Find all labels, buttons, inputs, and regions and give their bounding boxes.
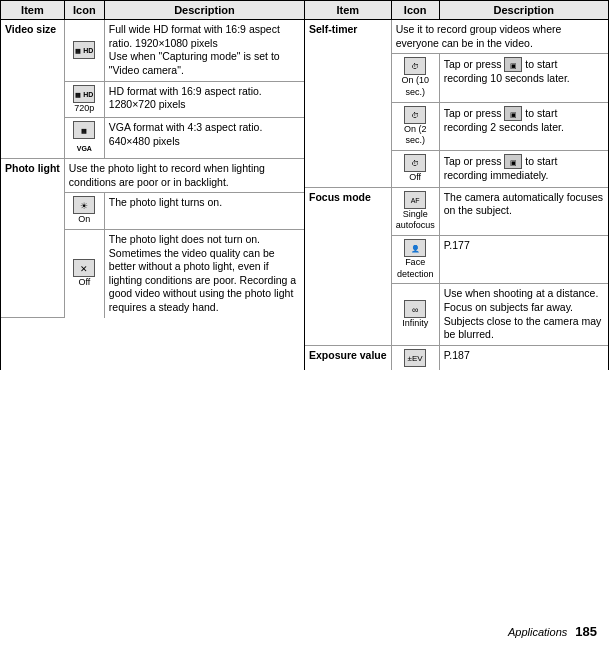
footer-label: Applications [508, 626, 567, 638]
desc-infinity: Use when shooting at a distance. Focus o… [439, 284, 608, 346]
item-photo-light: Photo light [1, 158, 64, 317]
desc-light-off: The photo light does not turn on. Someti… [104, 229, 304, 317]
icon-timer-2: ⏱ On (2 sec.) [391, 102, 439, 150]
item-exposure-value: Exposure value [305, 346, 391, 371]
left-col-desc: Description [104, 1, 304, 20]
icon-hd-720p: ▦ HD 720p [64, 81, 104, 118]
left-table: Item Icon Description Video size ▦ HD [1, 1, 305, 370]
icon-full-hd: ▦ HD [64, 20, 104, 82]
desc-self-timer-intro: Use it to record group videos where ever… [391, 20, 608, 54]
desc-full-hd: Full wide HD format with 16:9 aspect rat… [104, 20, 304, 82]
table-row: Exposure value ±EV P.187 [305, 346, 608, 371]
icon-face-detection: 👤 Face detection [391, 236, 439, 284]
desc-single-af: The camera automatically focuses on the … [439, 187, 608, 235]
table-row: Focus mode AF Single autofocus The camer… [305, 187, 608, 235]
table-row: Photo light Use the photo light to recor… [1, 158, 304, 192]
right-table: Item Icon Description Self-timer Use it … [305, 1, 609, 370]
icon-light-off: ✕ Off [64, 229, 104, 317]
icon-infinity: ∞ Infinity [391, 284, 439, 346]
item-self-timer: Self-timer [305, 20, 391, 188]
right-col-icon: Icon [391, 1, 439, 20]
desc-photo-light-intro: Use the photo light to record when light… [64, 158, 304, 192]
left-col-item: Item [1, 1, 64, 20]
page-spacer [0, 370, 609, 618]
icon-timer-off: ⏱ Off [391, 151, 439, 188]
left-col-icon: Icon [64, 1, 104, 20]
icon-vga: ▦ VGA [64, 118, 104, 159]
desc-exposure: P.187 [439, 346, 608, 371]
desc-light-on: The photo light turns on. [104, 193, 304, 230]
icon-exposure: ±EV [391, 346, 439, 371]
desc-vga: VGA format with 4:3 aspect ratio.640×480… [104, 118, 304, 159]
page-footer: Applications 185 [0, 618, 609, 645]
desc-timer-off: Tap or press ▣ to start recording immedi… [439, 151, 608, 188]
desc-timer-10: Tap or press ▣ to start recording 10 sec… [439, 54, 608, 102]
right-col-desc: Description [439, 1, 608, 20]
table-row: Self-timer Use it to record group videos… [305, 20, 608, 54]
right-col-item: Item [305, 1, 391, 20]
icon-single-af: AF Single autofocus [391, 187, 439, 235]
footer-page-number: 185 [575, 624, 597, 639]
desc-hd-720p: HD format with 16:9 aspect ratio.1280×72… [104, 81, 304, 118]
table-row: Video size ▦ HD Full wide HD format with… [1, 20, 304, 82]
icon-light-on: ☀ On [64, 193, 104, 230]
page: Item Icon Description Video size ▦ HD [0, 0, 609, 645]
tables-container: Item Icon Description Video size ▦ HD [0, 0, 609, 370]
desc-face-detection: P.177 [439, 236, 608, 284]
icon-timer-10: ⏱ On (10 sec.) [391, 54, 439, 102]
item-focus-mode: Focus mode [305, 187, 391, 345]
desc-timer-2: Tap or press ▣ to start recording 2 seco… [439, 102, 608, 150]
item-video-size: Video size [1, 20, 64, 159]
